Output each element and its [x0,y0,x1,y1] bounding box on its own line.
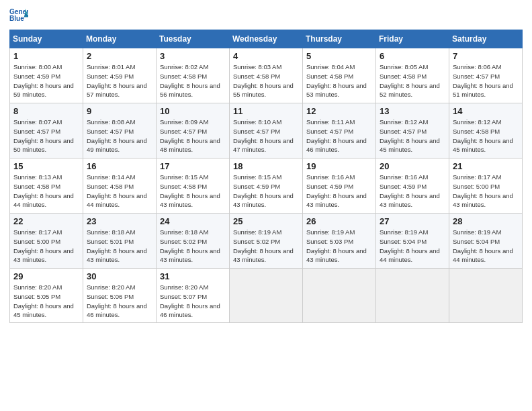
day-info: Sunrise: 8:20 AMSunset: 5:07 PMDaylight:… [160,283,226,320]
sunrise-label: Sunrise: 8:02 AM [160,63,208,71]
daylight-label: Daylight: 8 hours and 51 minutes. [453,82,513,99]
day-number: 22 [13,216,79,226]
day-number: 9 [87,106,152,116]
logo: General Blue [9,7,30,26]
sunrise-label: Sunrise: 8:20 AM [13,283,62,291]
sunset-label: Sunset: 4:57 PM [87,128,134,135]
day-info: Sunrise: 8:07 AMSunset: 4:57 PMDaylight:… [13,118,79,154]
day-info: Sunrise: 8:10 AMSunset: 4:57 PMDaylight:… [233,118,299,154]
daylight-label: Daylight: 8 hours and 48 minutes. [160,137,220,154]
sunrise-label: Sunrise: 8:17 AM [453,173,501,181]
sunrise-label: Sunrise: 8:20 AM [87,283,135,291]
day-info: Sunrise: 8:19 AMSunset: 5:03 PMDaylight:… [306,228,372,265]
sunset-label: Sunset: 4:59 PM [13,73,60,80]
day-info: Sunrise: 8:00 AMSunset: 4:59 PMDaylight:… [13,62,79,99]
sunset-label: Sunset: 4:59 PM [380,183,427,190]
daylight-label: Daylight: 8 hours and 57 minutes. [87,82,147,99]
daylight-label: Daylight: 8 hours and 47 minutes. [233,137,294,154]
calendar-cell: 30Sunrise: 8:20 AMSunset: 5:06 PMDayligh… [83,269,157,323]
day-info: Sunrise: 8:15 AMSunset: 4:59 PMDaylight:… [233,173,299,210]
calendar-cell: 15Sunrise: 8:13 AMSunset: 4:58 PMDayligh… [10,158,83,214]
sunset-label: Sunset: 5:04 PM [453,238,500,245]
daylight-label: Daylight: 8 hours and 46 minutes. [160,302,220,319]
col-header-friday: Friday [376,30,449,48]
day-number: 10 [160,106,226,116]
day-number: 25 [233,216,299,226]
day-info: Sunrise: 8:03 AMSunset: 4:58 PMDaylight:… [233,62,299,99]
calendar-cell: 2Sunrise: 8:01 AMSunset: 4:59 PMDaylight… [83,48,157,103]
day-number: 26 [306,216,372,226]
sunset-label: Sunset: 5:04 PM [380,238,427,245]
day-number: 18 [233,161,299,171]
sunset-label: Sunset: 5:06 PM [87,293,134,300]
day-number: 2 [87,51,152,61]
day-number: 5 [306,51,372,61]
daylight-label: Daylight: 8 hours and 43 minutes. [13,247,74,264]
day-info: Sunrise: 8:16 AMSunset: 4:59 PMDaylight:… [380,173,445,210]
daylight-label: Daylight: 8 hours and 44 minutes. [380,247,440,264]
daylight-label: Daylight: 8 hours and 44 minutes. [13,192,74,209]
calendar-cell: 26Sunrise: 8:19 AMSunset: 5:03 PMDayligh… [303,214,376,269]
col-header-saturday: Saturday [449,30,523,48]
daylight-label: Daylight: 8 hours and 49 minutes. [87,137,147,154]
calendar-cell [230,269,303,323]
day-info: Sunrise: 8:16 AMSunset: 4:59 PMDaylight:… [306,173,372,210]
daylight-label: Daylight: 8 hours and 59 minutes. [13,82,74,99]
day-number: 11 [233,106,299,116]
sunset-label: Sunset: 4:57 PM [160,128,207,135]
day-info: Sunrise: 8:12 AMSunset: 4:57 PMDaylight:… [380,118,445,154]
day-info: Sunrise: 8:09 AMSunset: 4:57 PMDaylight:… [160,118,226,154]
day-info: Sunrise: 8:18 AMSunset: 5:02 PMDaylight:… [160,228,226,265]
calendar-week-row: 1Sunrise: 8:00 AMSunset: 4:59 PMDaylight… [10,48,523,103]
sunset-label: Sunset: 4:59 PM [87,73,134,80]
sunrise-label: Sunrise: 8:18 AM [87,228,135,236]
day-info: Sunrise: 8:20 AMSunset: 5:06 PMDaylight:… [87,283,152,320]
daylight-label: Daylight: 8 hours and 43 minutes. [233,192,294,209]
day-number: 14 [453,106,519,116]
col-header-sunday: Sunday [10,30,83,48]
sunrise-label: Sunrise: 8:19 AM [306,228,355,236]
day-number: 1 [13,51,79,61]
col-header-tuesday: Tuesday [157,30,230,48]
calendar-cell: 6Sunrise: 8:05 AMSunset: 4:58 PMDaylight… [376,48,449,103]
sunrise-label: Sunrise: 8:03 AM [233,63,281,71]
day-number: 21 [453,161,519,171]
day-info: Sunrise: 8:08 AMSunset: 4:57 PMDaylight:… [87,118,152,154]
sunrise-label: Sunrise: 8:19 AM [453,228,501,236]
calendar-week-row: 22Sunrise: 8:17 AMSunset: 5:00 PMDayligh… [10,214,523,269]
sunrise-label: Sunrise: 8:16 AM [306,173,355,181]
sunset-label: Sunset: 4:57 PM [306,128,353,135]
daylight-label: Daylight: 8 hours and 53 minutes. [306,82,367,99]
sunrise-label: Sunrise: 8:15 AM [160,173,208,181]
day-number: 27 [380,216,445,226]
day-number: 24 [160,216,226,226]
daylight-label: Daylight: 8 hours and 44 minutes. [87,192,147,209]
calendar-cell: 11Sunrise: 8:10 AMSunset: 4:57 PMDayligh… [230,103,303,158]
daylight-label: Daylight: 8 hours and 50 minutes. [13,137,74,154]
daylight-label: Daylight: 8 hours and 43 minutes. [380,192,440,209]
calendar-cell [449,269,523,323]
sunset-label: Sunset: 4:58 PM [233,73,280,80]
calendar-cell: 12Sunrise: 8:11 AMSunset: 4:57 PMDayligh… [303,103,376,158]
sunset-label: Sunset: 4:57 PM [13,128,60,135]
sunrise-label: Sunrise: 8:00 AM [13,63,62,71]
day-info: Sunrise: 8:04 AMSunset: 4:58 PMDaylight:… [306,62,372,99]
daylight-label: Daylight: 8 hours and 45 minutes. [453,137,513,154]
day-info: Sunrise: 8:19 AMSunset: 5:02 PMDaylight:… [233,228,299,265]
calendar-header-row: SundayMondayTuesdayWednesdayThursdayFrid… [10,30,523,48]
calendar-cell: 29Sunrise: 8:20 AMSunset: 5:05 PMDayligh… [10,269,83,323]
sunrise-label: Sunrise: 8:10 AM [233,118,281,126]
calendar-cell: 9Sunrise: 8:08 AMSunset: 4:57 PMDaylight… [83,103,157,158]
day-info: Sunrise: 8:11 AMSunset: 4:57 PMDaylight:… [306,118,372,154]
daylight-label: Daylight: 8 hours and 45 minutes. [380,137,440,154]
sunrise-label: Sunrise: 8:14 AM [87,173,135,181]
day-number: 19 [306,161,372,171]
sunrise-label: Sunrise: 8:11 AM [306,118,355,126]
sunrise-label: Sunrise: 8:12 AM [380,118,428,126]
daylight-label: Daylight: 8 hours and 43 minutes. [306,192,367,209]
daylight-label: Daylight: 8 hours and 43 minutes. [453,192,513,209]
daylight-label: Daylight: 8 hours and 46 minutes. [306,137,367,154]
day-number: 13 [380,106,445,116]
day-info: Sunrise: 8:15 AMSunset: 4:58 PMDaylight:… [160,173,226,210]
calendar-cell: 24Sunrise: 8:18 AMSunset: 5:02 PMDayligh… [157,214,230,269]
